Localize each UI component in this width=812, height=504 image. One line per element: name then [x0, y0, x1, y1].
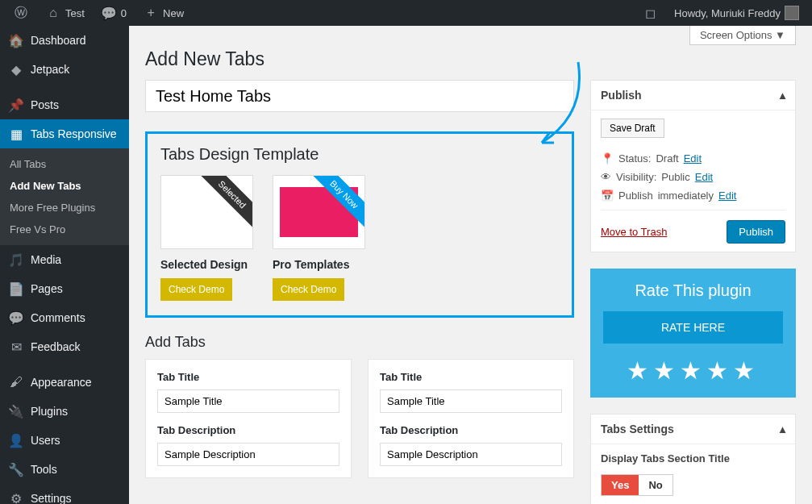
add-tabs-heading: Add Tabs [145, 334, 574, 351]
eye-icon: 👁 [601, 171, 611, 183]
tab-title-input[interactable] [157, 389, 339, 413]
submenu-free-vs-pro[interactable]: Free Vs Pro [0, 219, 129, 240]
notifications[interactable]: ◻ [635, 0, 664, 26]
panel-heading: Tabs Design Template [160, 145, 559, 164]
save-draft-button[interactable]: Save Draft [601, 119, 664, 138]
ribbon-buy-now: Buy Now [306, 175, 365, 232]
publish-heading[interactable]: Publish▴ [591, 81, 795, 110]
sidebar-item-appearance[interactable]: 🖌Appearance [0, 368, 129, 397]
dashboard-icon: 🏠 [8, 32, 24, 48]
sidebar-item-label: Media [31, 253, 61, 266]
sidebar-item-users[interactable]: 👤Users [0, 426, 129, 455]
rate-here-button[interactable]: RATE HERE [603, 311, 783, 344]
submenu: All Tabs Add New Tabs More Free Plugins … [0, 148, 129, 245]
comment-icon: 💬 [8, 310, 24, 326]
template-title: Pro Templates [273, 257, 365, 272]
ribbon-selected: Selected [194, 175, 253, 232]
sidebar-item-label: Comments [31, 311, 85, 324]
comments-link[interactable]: 💬0 [94, 0, 133, 26]
calendar-icon: 📅 [601, 190, 614, 202]
sidebar-item-posts[interactable]: 📌Posts [0, 90, 129, 119]
submenu-add-new-tabs[interactable]: Add New Tabs [0, 175, 129, 197]
plus-icon: + [143, 5, 159, 21]
template-thumbnail: Selected [160, 175, 253, 249]
tabs-settings-heading-text: Tabs Settings [601, 423, 674, 435]
sidebar-item-label: Dashboard [31, 34, 86, 47]
post-title-input[interactable] [145, 80, 574, 112]
feedback-icon: ✉ [8, 339, 24, 355]
tab-description-label: Tab Description [380, 424, 562, 436]
sidebar-item-media[interactable]: 🎵Media [0, 245, 129, 274]
schedule-row: 📅Publish immediately Edit [601, 190, 785, 202]
wordpress-logo[interactable]: ⓦ [6, 0, 35, 26]
display-title-label: Display Tabs Section Title [601, 452, 785, 464]
page-icon: 📄 [8, 281, 24, 297]
avatar [785, 6, 799, 20]
tools-icon: 🔧 [8, 461, 24, 477]
account-menu[interactable]: Howdy, Muriuki Freddy [668, 0, 806, 26]
collapse-icon: ▴ [780, 89, 785, 102]
tabs-settings-box: Tabs Settings▴ Display Tabs Section Titl… [590, 414, 796, 504]
new-label: New [163, 7, 184, 19]
template-title: Selected Design [160, 257, 253, 272]
tab-form: Tab Title Tab Description [368, 359, 574, 478]
jetpack-icon: ◆ [8, 61, 24, 77]
appearance-icon: 🖌 [8, 374, 24, 390]
star-rating[interactable]: ★★★★★ [603, 356, 783, 385]
sidebar-item-label: Tools [31, 463, 57, 476]
sidebar-item-label: Posts [31, 98, 59, 111]
check-demo-button[interactable]: Check Demo [273, 278, 344, 301]
collapse-icon: ▴ [780, 423, 785, 435]
new-content[interactable]: +New [136, 0, 190, 26]
visibility-row: 👁Visibility: Public Edit [601, 171, 785, 183]
tabs-settings-heading[interactable]: Tabs Settings▴ [591, 414, 795, 444]
site-link[interactable]: ⌂Test [39, 0, 91, 26]
sidebar-item-label: Feedback [31, 340, 80, 353]
sidebar-item-label: Settings [31, 492, 72, 504]
media-icon: 🎵 [8, 252, 24, 268]
rate-heading: Rate This plugin [603, 281, 783, 300]
tab-description-input[interactable] [380, 443, 562, 466]
publish-box: Publish▴ Save Draft 📍Status: Draft Edit … [590, 80, 796, 252]
publish-button[interactable]: Publish [727, 220, 785, 244]
toggle-no[interactable]: No [639, 475, 672, 495]
sidebar-item-plugins[interactable]: 🔌Plugins [0, 397, 129, 426]
sidebar-item-jetpack[interactable]: ◆Jetpack [0, 55, 129, 84]
edit-schedule-link[interactable]: Edit [718, 190, 736, 202]
admin-toolbar: ⓦ ⌂Test 💬0 +New ◻ Howdy, Muriuki Freddy [0, 0, 812, 26]
yes-no-toggle[interactable]: Yes No [601, 474, 673, 496]
comment-icon: 💬 [101, 5, 117, 21]
tab-description-input[interactable] [157, 443, 339, 466]
sidebar-item-label: Plugins [31, 405, 68, 418]
toggle-yes[interactable]: Yes [602, 475, 639, 495]
template-card[interactable]: Buy Now Pro Templates Check Demo [273, 175, 365, 301]
howdy-text: Howdy, Muriuki Freddy [674, 7, 781, 19]
home-icon: ⌂ [45, 5, 61, 21]
sidebar-item-label: Appearance [31, 376, 92, 389]
screen-options-toggle[interactable]: Screen Options ▼ [689, 26, 796, 45]
submenu-more-free-plugins[interactable]: More Free Plugins [0, 197, 129, 219]
check-demo-button[interactable]: Check Demo [160, 278, 232, 301]
edit-status-link[interactable]: Edit [684, 152, 702, 165]
content-area: Screen Options ▼ Add New Tabs Tabs Desig… [129, 26, 812, 504]
sidebar-item-tools[interactable]: 🔧Tools [0, 455, 129, 484]
sidebar-item-feedback[interactable]: ✉Feedback [0, 332, 129, 361]
sidebar-item-settings[interactable]: ⚙Settings [0, 484, 129, 504]
design-template-panel: Tabs Design Template Selected Selected D… [145, 131, 574, 318]
sidebar-item-tabs-responsive[interactable]: ▦Tabs Responsive [0, 119, 129, 148]
move-to-trash-link[interactable]: Move to Trash [601, 226, 667, 238]
sidebar-item-comments[interactable]: 💬Comments [0, 303, 129, 332]
tab-title-input[interactable] [380, 389, 562, 413]
sidebar-item-label: Users [31, 434, 60, 447]
bell-icon: ◻ [642, 5, 658, 21]
sidebar-item-label: Tabs Responsive [31, 127, 117, 140]
template-thumbnail: Buy Now [273, 175, 365, 249]
submenu-all-tabs[interactable]: All Tabs [0, 153, 129, 175]
rate-plugin-box: Rate This plugin RATE HERE ★★★★★ [590, 269, 796, 398]
sidebar-item-dashboard[interactable]: 🏠Dashboard [0, 26, 129, 55]
edit-visibility-link[interactable]: Edit [695, 171, 713, 183]
sidebar-item-pages[interactable]: 📄Pages [0, 274, 129, 303]
tabs-icon: ▦ [8, 126, 24, 142]
template-card[interactable]: Selected Selected Design Check Demo [160, 175, 253, 301]
status-row: 📍Status: Draft Edit [601, 152, 785, 165]
